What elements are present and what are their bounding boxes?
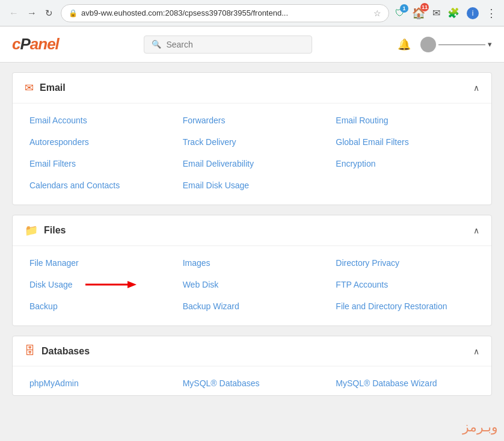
- files-section-chevron: ∧: [473, 226, 479, 235]
- email-filters-link[interactable]: Email Filters: [25, 156, 173, 171]
- files-section-header[interactable]: 📁 Files ∧: [13, 215, 491, 246]
- email-accounts-link[interactable]: Email Accounts: [25, 113, 173, 128]
- header-right: 🔔 —————— ▾: [398, 37, 492, 52]
- search-icon: 🔍: [152, 40, 161, 49]
- forwarders-link[interactable]: Forwarders: [178, 113, 327, 128]
- browser-chrome: ← → ↻ 🔒 avb9-ww.euhosted.com:2083/cpsess…: [0, 0, 504, 26]
- logo-text: cPanel: [12, 35, 59, 54]
- files-section: 📁 Files ∧ File Manager Images Directory …: [12, 215, 492, 326]
- email-section: ✉ Email ∧ Email Accounts Forwarders Emai…: [12, 72, 492, 205]
- search-bar[interactable]: 🔍: [144, 35, 312, 54]
- email-section-chevron: ∧: [473, 83, 479, 93]
- disk-usage-row: Disk Usage: [25, 277, 173, 292]
- email-grid-filler: [331, 178, 479, 193]
- global-email-filters-link[interactable]: Global Email Filters: [331, 135, 479, 149]
- databases-section-chevron: ∧: [473, 347, 479, 356]
- autoresponders-link[interactable]: Autoresponders: [25, 135, 173, 149]
- images-link[interactable]: Images: [178, 256, 327, 270]
- databases-section-header-left: 🗄 Databases: [25, 345, 90, 357]
- browser-icons: 🛡 1 🏠 11 ✉ 🧩 i ⋮: [394, 5, 498, 21]
- email-section-title: Email: [40, 82, 66, 93]
- shield-icon-btn[interactable]: 🛡 1: [394, 7, 406, 20]
- email-section-grid: Email Accounts Forwarders Email Routing …: [25, 113, 479, 193]
- url-text: avb9-ww.euhosted.com:2083/cpsess39708r39…: [81, 8, 370, 17]
- search-input[interactable]: [166, 40, 304, 49]
- email-disk-usage-link[interactable]: Email Disk Usage: [178, 178, 327, 193]
- email-section-icon: ✉: [25, 81, 34, 94]
- phpmyadmin-link[interactable]: phpMyAdmin: [25, 376, 173, 390]
- ftp-accounts-link[interactable]: FTP Accounts: [331, 277, 479, 292]
- web-disk-link[interactable]: Web Disk: [178, 277, 327, 292]
- main-content: ✉ Email ∧ Email Accounts Forwarders Emai…: [0, 63, 504, 415]
- files-section-header-left: 📁 Files: [25, 224, 66, 237]
- mail-icon-btn[interactable]: ✉: [431, 6, 441, 20]
- backup-link[interactable]: Backup: [25, 299, 173, 313]
- cpanel-logo: cPanel: [12, 35, 59, 54]
- mysql-database-wizard-link[interactable]: MySQL® Database Wizard: [331, 376, 479, 390]
- databases-section-body: phpMyAdmin MySQL® Databases MySQL® Datab…: [13, 366, 491, 395]
- directory-privacy-link[interactable]: Directory Privacy: [331, 256, 479, 270]
- back-button[interactable]: ←: [6, 7, 22, 20]
- encryption-link[interactable]: Encryption: [331, 156, 479, 171]
- shield-badge: 1: [400, 4, 408, 13]
- calendars-contacts-link[interactable]: Calendars and Contacts: [25, 178, 173, 193]
- backup-wizard-link[interactable]: Backup Wizard: [178, 299, 327, 313]
- star-icon: ☆: [373, 8, 381, 18]
- file-manager-link[interactable]: File Manager: [25, 256, 173, 270]
- email-deliverability-link[interactable]: Email Deliverability: [178, 156, 327, 171]
- disk-usage-link[interactable]: Disk Usage: [25, 277, 78, 292]
- databases-section-icon: 🗄: [25, 345, 35, 357]
- home-badge: 11: [420, 3, 429, 11]
- reload-button[interactable]: ↻: [42, 7, 56, 20]
- address-bar[interactable]: 🔒 avb9-ww.euhosted.com:2083/cpsess39708r…: [61, 4, 389, 22]
- email-section-header[interactable]: ✉ Email ∧: [13, 73, 491, 103]
- notification-bell-button[interactable]: 🔔: [398, 38, 411, 51]
- databases-section-title: Databases: [41, 346, 90, 357]
- forward-button[interactable]: →: [24, 7, 40, 20]
- files-section-title: Files: [44, 225, 66, 236]
- cpanel-header: cPanel 🔍 🔔 —————— ▾: [0, 26, 504, 63]
- arrow-annotation: [82, 278, 137, 291]
- databases-section-header[interactable]: 🗄 Databases ∧: [13, 336, 491, 366]
- email-section-header-left: ✉ Email: [25, 81, 66, 94]
- user-avatar: [420, 37, 436, 52]
- databases-section: 🗄 Databases ∧ phpMyAdmin MySQL® Database…: [12, 336, 492, 396]
- email-section-body: Email Accounts Forwarders Email Routing …: [13, 103, 491, 205]
- user-menu-button[interactable]: —————— ▾: [420, 37, 492, 52]
- extensions-icon-btn[interactable]: 🧩: [446, 6, 461, 20]
- arrow-svg: [82, 278, 137, 291]
- home-icon-btn[interactable]: 🏠 11: [411, 5, 426, 21]
- file-directory-restoration-link[interactable]: File and Directory Restoration: [331, 299, 479, 313]
- menu-icon-btn[interactable]: ⋮: [485, 5, 498, 21]
- databases-section-grid: phpMyAdmin MySQL® Databases MySQL® Datab…: [25, 376, 479, 390]
- mysql-databases-link[interactable]: MySQL® Databases: [178, 376, 327, 390]
- files-section-icon: 📁: [25, 224, 38, 237]
- nav-buttons: ← → ↻: [6, 7, 56, 20]
- files-section-grid: File Manager Images Directory Privacy Di…: [25, 256, 479, 313]
- track-delivery-link[interactable]: Track Delivery: [178, 135, 327, 149]
- lock-icon: 🔒: [69, 9, 78, 17]
- user-menu-label: ——————: [438, 40, 485, 49]
- profile-icon-btn[interactable]: i: [466, 6, 480, 20]
- email-routing-link[interactable]: Email Routing: [331, 113, 479, 128]
- svg-marker-1: [128, 281, 137, 288]
- user-menu-chevron: ▾: [488, 40, 492, 49]
- files-section-body: File Manager Images Directory Privacy Di…: [13, 246, 491, 325]
